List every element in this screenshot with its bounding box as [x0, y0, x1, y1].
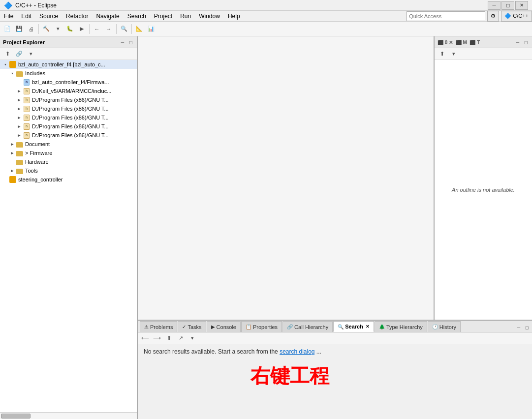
tree-item-gnu-include-4[interactable]: ▶ h D:/Program Files (x86)/GNU T...	[0, 122, 137, 131]
outline-maximize-button[interactable]: ◻	[522, 39, 529, 46]
tree-item-document[interactable]: ▶ Document	[0, 140, 137, 149]
tab-call-hierarchy[interactable]: 🔗 Call Hierarchy	[282, 321, 333, 332]
tree-item-gnu-include-1[interactable]: ▶ h D:/Program Files (x86)/GNU T...	[0, 95, 137, 104]
run-button[interactable]: ▶	[76, 24, 87, 34]
search-menu-button[interactable]: ▾	[187, 333, 198, 344]
search-prev-button[interactable]: ⟵	[140, 333, 151, 344]
search-expand-button[interactable]: ↗	[175, 333, 186, 344]
menu-project[interactable]: Project	[150, 12, 176, 21]
scroll-thumb[interactable]	[1, 414, 31, 419]
tab-properties[interactable]: 📋 Properties	[241, 321, 282, 332]
panel-minimize-button[interactable]: ─	[119, 39, 126, 46]
new-button[interactable]: 📄	[2, 24, 13, 34]
menu-search[interactable]: Search	[124, 12, 150, 21]
tree-item-firmware[interactable]: ▶ > Firmware	[0, 149, 137, 157]
print-button[interactable]: 🖨	[26, 24, 36, 34]
bottom-minimize-button[interactable]: ─	[515, 324, 522, 331]
bottom-maximize-button[interactable]: ◻	[523, 324, 530, 331]
arrow-includes: ▾	[9, 71, 16, 76]
build-dropdown[interactable]: ▾	[53, 24, 63, 34]
search-next-button[interactable]: ⟶	[152, 333, 162, 344]
menu-navigate[interactable]: Navigate	[92, 12, 123, 21]
tree-item-tools[interactable]: ▶ Tools	[0, 166, 137, 175]
project-explorer-title: Project Explorer	[3, 39, 119, 45]
arrow-tools: ▶	[9, 168, 16, 174]
quick-access-input[interactable]	[407, 11, 485, 21]
tree-item-hardware[interactable]: Hardware	[0, 157, 137, 166]
link-editor-button[interactable]: 🔗	[14, 49, 25, 60]
cpp-perspective-button[interactable]: 🔷 C/C++	[501, 11, 532, 22]
project-explorer-header: Project Explorer ─ ◻	[0, 36, 137, 48]
tab-type-hierarchy[interactable]: 🌲 Type Hierarchy	[375, 321, 427, 332]
window-title: C/C++ - Eclipse	[15, 2, 488, 9]
tab-tasks-label: Tasks	[188, 324, 201, 330]
tree-item-project[interactable]: ▾ bzl_auto_controller_f4 [bzl_auto_c...	[0, 60, 137, 69]
bottom-toolbar: ⟵ ⟶ ⬆ ↗ ▾	[138, 332, 532, 344]
outline-minimize-button[interactable]: ─	[514, 39, 521, 46]
right-area: ⬛ 0 ✕ ⬛ M ⬛ T ─ ◻ ⬆ ▾ An outline is not …	[138, 36, 532, 419]
outline-collapse-button[interactable]: ⬆	[437, 49, 447, 60]
save-button[interactable]: 💾	[14, 24, 25, 34]
menu-source[interactable]: Source	[35, 12, 62, 21]
menu-edit[interactable]: Edit	[17, 12, 35, 21]
search-close-icon[interactable]: ✕	[366, 324, 370, 329]
tools-folder-icon	[16, 167, 24, 175]
debug-button[interactable]: 🐛	[64, 24, 75, 34]
history-icon: 🕐	[432, 324, 438, 329]
tab-problems[interactable]: ⚠ Problems	[140, 321, 177, 332]
menu-help[interactable]: Help	[224, 12, 244, 21]
tree-item-includes[interactable]: ▾ Includes	[0, 69, 137, 78]
tree-item-steering[interactable]: steering_controller	[0, 175, 137, 184]
menu-run[interactable]: Run	[176, 12, 195, 21]
tree-item-keil-include[interactable]: ▶ h D:/Keil_v5/ARM/ARMCC/incluc...	[0, 87, 137, 95]
tree-item-firmware-include[interactable]: h bzl_auto_controller_f4/Firmwa...	[0, 78, 137, 87]
build-button[interactable]: 🔨	[41, 24, 52, 34]
menu-refactor[interactable]: Refactor	[62, 12, 92, 21]
console-icon: ▶	[211, 324, 215, 329]
tab-console-label: Console	[217, 324, 236, 330]
open-view[interactable]: 📊	[146, 24, 156, 34]
firmware-label: bzl_auto_controller_f4/Firmwa...	[32, 79, 109, 85]
search-collapse-button[interactable]: ⬆	[163, 333, 174, 344]
gnu-label-5: D:/Program Files (x86)/GNU T...	[32, 132, 109, 138]
menu-window[interactable]: Window	[195, 12, 224, 21]
hardware-label: Hardware	[25, 159, 49, 165]
tab-history[interactable]: 🕐 History	[428, 321, 461, 332]
forward-button[interactable]: →	[103, 24, 114, 34]
search-content: No search results available. Start a sea…	[138, 344, 532, 419]
outline-menu-button[interactable]: ▾	[448, 49, 459, 60]
call-hierarchy-icon: 🔗	[287, 324, 293, 329]
project-label: bzl_auto_controller_f4 [bzl_auto_c...	[18, 61, 105, 67]
back-button[interactable]: ←	[92, 24, 102, 34]
perspective-settings-button[interactable]: ⚙	[487, 11, 499, 22]
no-outline-message: An outline is not available.	[452, 187, 515, 193]
restore-button[interactable]: ◻	[501, 1, 514, 10]
tab-console[interactable]: ▶ Console	[207, 321, 241, 332]
view-menu-button[interactable]: ▾	[26, 49, 36, 60]
toolbar-separator-2	[89, 24, 90, 34]
includes-label: Includes	[25, 70, 45, 76]
collapse-all-button[interactable]: ⬆	[2, 49, 13, 60]
tab-bar: ⚠ Problems ✓ Tasks ▶ Console 📋 Propertie…	[138, 321, 532, 332]
arrow-gnu-5: ▶	[16, 133, 23, 138]
search-btn[interactable]: 🔍	[119, 24, 129, 34]
search-dialog-link[interactable]: search dialog	[280, 348, 314, 355]
open-perspective[interactable]: 📐	[134, 24, 145, 34]
include-file-icon-5: h	[23, 122, 31, 130]
tab-search[interactable]: 🔍 Search ✕	[333, 321, 374, 332]
tree-item-gnu-include-5[interactable]: ▶ h D:/Program Files (x86)/GNU T...	[0, 131, 137, 140]
close-button[interactable]: ✕	[515, 1, 528, 10]
outline-panel: ⬛ 0 ✕ ⬛ M ⬛ T ─ ◻ ⬆ ▾ An outline is not …	[434, 36, 532, 320]
outline-header: ⬛ 0 ✕ ⬛ M ⬛ T ─ ◻	[435, 36, 532, 48]
tab-properties-label: Properties	[253, 324, 278, 330]
outline-toolbar: ⬆ ▾	[435, 48, 532, 60]
tree-item-gnu-include-2[interactable]: ▶ h D:/Program Files (x86)/GNU T...	[0, 104, 137, 113]
menu-file[interactable]: File	[0, 12, 17, 21]
minimize-button[interactable]: ─	[488, 1, 501, 10]
arrow-project: ▾	[2, 62, 9, 67]
tools-label: Tools	[25, 168, 38, 174]
panel-maximize-button[interactable]: ◻	[127, 39, 134, 46]
horizontal-scrollbar[interactable]	[0, 412, 137, 419]
tab-tasks[interactable]: ✓ Tasks	[178, 321, 206, 332]
tree-item-gnu-include-3[interactable]: ▶ h D:/Program Files (x86)/GNU T...	[0, 113, 137, 122]
